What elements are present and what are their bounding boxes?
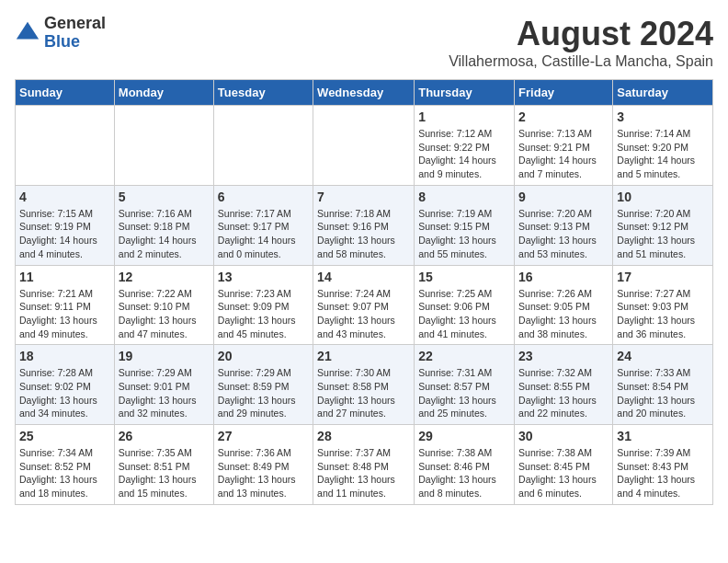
calendar-cell: 8Sunrise: 7:19 AM Sunset: 9:15 PM Daylig… <box>415 185 515 265</box>
day-number: 1 <box>418 109 510 124</box>
day-info: Sunrise: 7:39 AM Sunset: 8:43 PM Dayligh… <box>617 446 709 500</box>
day-info: Sunrise: 7:34 AM Sunset: 8:52 PM Dayligh… <box>19 446 110 500</box>
day-number: 27 <box>218 429 309 443</box>
logo-icon <box>15 20 40 46</box>
weekday-header-monday: Monday <box>114 80 213 106</box>
day-info: Sunrise: 7:38 AM Sunset: 8:45 PM Dayligh… <box>518 446 609 500</box>
day-info: Sunrise: 7:35 AM Sunset: 8:51 PM Dayligh… <box>119 446 210 500</box>
calendar-cell: 7Sunrise: 7:18 AM Sunset: 9:16 PM Daylig… <box>313 185 415 265</box>
title-block: August 2024 Villahermosa, Castille-La Ma… <box>449 15 713 70</box>
day-number: 15 <box>418 270 510 284</box>
calendar-cell: 25Sunrise: 7:34 AM Sunset: 8:52 PM Dayli… <box>16 425 115 505</box>
day-number: 11 <box>19 270 110 284</box>
weekday-row: SundayMondayTuesdayWednesdayThursdayFrid… <box>16 80 713 106</box>
day-number: 25 <box>19 429 110 443</box>
calendar-cell: 21Sunrise: 7:30 AM Sunset: 8:58 PM Dayli… <box>313 345 415 425</box>
day-number: 29 <box>418 429 510 443</box>
day-number: 18 <box>19 349 110 363</box>
calendar-cell: 26Sunrise: 7:35 AM Sunset: 8:51 PM Dayli… <box>114 425 213 505</box>
day-number: 9 <box>518 190 609 204</box>
day-info: Sunrise: 7:22 AM Sunset: 9:10 PM Dayligh… <box>119 287 210 341</box>
day-number: 24 <box>617 349 709 363</box>
day-number: 23 <box>518 349 609 363</box>
weekday-header-wednesday: Wednesday <box>313 80 415 106</box>
calendar-cell: 20Sunrise: 7:29 AM Sunset: 8:59 PM Dayli… <box>213 345 313 425</box>
day-info: Sunrise: 7:37 AM Sunset: 8:48 PM Dayligh… <box>317 446 410 500</box>
calendar-cell: 2Sunrise: 7:13 AM Sunset: 9:21 PM Daylig… <box>515 106 613 186</box>
calendar-cell: 13Sunrise: 7:23 AM Sunset: 9:09 PM Dayli… <box>213 265 313 345</box>
day-number: 6 <box>218 190 309 204</box>
calendar-cell: 9Sunrise: 7:20 AM Sunset: 9:13 PM Daylig… <box>515 185 613 265</box>
day-number: 19 <box>119 349 210 363</box>
day-number: 31 <box>617 429 709 443</box>
day-number: 12 <box>119 270 210 284</box>
calendar-cell: 15Sunrise: 7:25 AM Sunset: 9:06 PM Dayli… <box>415 265 515 345</box>
day-number: 13 <box>218 270 309 284</box>
day-info: Sunrise: 7:25 AM Sunset: 9:06 PM Dayligh… <box>418 287 510 341</box>
day-info: Sunrise: 7:29 AM Sunset: 8:59 PM Dayligh… <box>218 366 309 420</box>
day-number: 4 <box>19 190 110 204</box>
day-info: Sunrise: 7:26 AM Sunset: 9:05 PM Dayligh… <box>518 287 609 341</box>
calendar-cell: 1Sunrise: 7:12 AM Sunset: 9:22 PM Daylig… <box>415 106 515 186</box>
calendar-cell: 16Sunrise: 7:26 AM Sunset: 9:05 PM Dayli… <box>515 265 613 345</box>
weekday-header-sunday: Sunday <box>16 80 115 106</box>
day-number: 10 <box>617 190 709 204</box>
calendar-cell: 17Sunrise: 7:27 AM Sunset: 9:03 PM Dayli… <box>613 265 713 345</box>
week-row-1: 1Sunrise: 7:12 AM Sunset: 9:22 PM Daylig… <box>16 106 713 186</box>
day-number: 14 <box>317 270 410 284</box>
day-number: 17 <box>617 270 709 284</box>
location: Villahermosa, Castille-La Mancha, Spain <box>449 53 713 70</box>
calendar-cell: 14Sunrise: 7:24 AM Sunset: 9:07 PM Dayli… <box>313 265 415 345</box>
day-number: 26 <box>119 429 210 443</box>
day-info: Sunrise: 7:38 AM Sunset: 8:46 PM Dayligh… <box>418 446 510 500</box>
calendar-cell: 4Sunrise: 7:15 AM Sunset: 9:19 PM Daylig… <box>16 185 115 265</box>
week-row-5: 25Sunrise: 7:34 AM Sunset: 8:52 PM Dayli… <box>16 425 713 505</box>
month-year: August 2024 <box>449 15 713 53</box>
day-info: Sunrise: 7:28 AM Sunset: 9:02 PM Dayligh… <box>19 366 110 420</box>
day-info: Sunrise: 7:21 AM Sunset: 9:11 PM Dayligh… <box>19 287 110 341</box>
day-info: Sunrise: 7:19 AM Sunset: 9:15 PM Dayligh… <box>418 207 510 261</box>
week-row-4: 18Sunrise: 7:28 AM Sunset: 9:02 PM Dayli… <box>16 345 713 425</box>
day-info: Sunrise: 7:18 AM Sunset: 9:16 PM Dayligh… <box>317 207 410 261</box>
page-header: General Blue August 2024 Villahermosa, C… <box>15 15 713 70</box>
day-info: Sunrise: 7:24 AM Sunset: 9:07 PM Dayligh… <box>317 287 410 341</box>
day-number: 2 <box>518 109 609 124</box>
day-info: Sunrise: 7:33 AM Sunset: 8:54 PM Dayligh… <box>617 366 709 420</box>
day-number: 3 <box>617 109 709 124</box>
calendar-table: SundayMondayTuesdayWednesdayThursdayFrid… <box>15 79 713 505</box>
weekday-header-thursday: Thursday <box>415 80 515 106</box>
calendar-cell <box>313 106 415 186</box>
day-info: Sunrise: 7:20 AM Sunset: 9:12 PM Dayligh… <box>617 207 709 261</box>
day-number: 22 <box>418 349 510 363</box>
calendar-cell <box>16 106 115 186</box>
calendar-cell: 10Sunrise: 7:20 AM Sunset: 9:12 PM Dayli… <box>613 185 713 265</box>
calendar-cell: 3Sunrise: 7:14 AM Sunset: 9:20 PM Daylig… <box>613 106 713 186</box>
logo-blue: Blue <box>44 33 106 52</box>
day-info: Sunrise: 7:12 AM Sunset: 9:22 PM Dayligh… <box>418 127 510 181</box>
weekday-header-friday: Friday <box>515 80 613 106</box>
day-info: Sunrise: 7:27 AM Sunset: 9:03 PM Dayligh… <box>617 287 709 341</box>
day-info: Sunrise: 7:31 AM Sunset: 8:57 PM Dayligh… <box>418 366 510 420</box>
svg-marker-0 <box>17 22 39 40</box>
calendar-cell: 19Sunrise: 7:29 AM Sunset: 9:01 PM Dayli… <box>114 345 213 425</box>
day-info: Sunrise: 7:23 AM Sunset: 9:09 PM Dayligh… <box>218 287 309 341</box>
day-number: 21 <box>317 349 410 363</box>
day-info: Sunrise: 7:15 AM Sunset: 9:19 PM Dayligh… <box>19 207 110 261</box>
calendar-cell: 24Sunrise: 7:33 AM Sunset: 8:54 PM Dayli… <box>613 345 713 425</box>
day-info: Sunrise: 7:30 AM Sunset: 8:58 PM Dayligh… <box>317 366 410 420</box>
calendar-body: 1Sunrise: 7:12 AM Sunset: 9:22 PM Daylig… <box>16 106 713 505</box>
calendar-cell: 11Sunrise: 7:21 AM Sunset: 9:11 PM Dayli… <box>16 265 115 345</box>
day-number: 8 <box>418 190 510 204</box>
day-number: 20 <box>218 349 309 363</box>
calendar-cell: 18Sunrise: 7:28 AM Sunset: 9:02 PM Dayli… <box>16 345 115 425</box>
day-info: Sunrise: 7:16 AM Sunset: 9:18 PM Dayligh… <box>119 207 210 261</box>
calendar-cell: 30Sunrise: 7:38 AM Sunset: 8:45 PM Dayli… <box>515 425 613 505</box>
day-info: Sunrise: 7:36 AM Sunset: 8:49 PM Dayligh… <box>218 446 309 500</box>
calendar-cell: 27Sunrise: 7:36 AM Sunset: 8:49 PM Dayli… <box>213 425 313 505</box>
logo: General Blue <box>15 15 106 52</box>
day-number: 16 <box>518 270 609 284</box>
day-info: Sunrise: 7:32 AM Sunset: 8:55 PM Dayligh… <box>518 366 609 420</box>
day-info: Sunrise: 7:20 AM Sunset: 9:13 PM Dayligh… <box>518 207 609 261</box>
calendar-cell: 31Sunrise: 7:39 AM Sunset: 8:43 PM Dayli… <box>613 425 713 505</box>
logo-general: General <box>44 15 106 33</box>
